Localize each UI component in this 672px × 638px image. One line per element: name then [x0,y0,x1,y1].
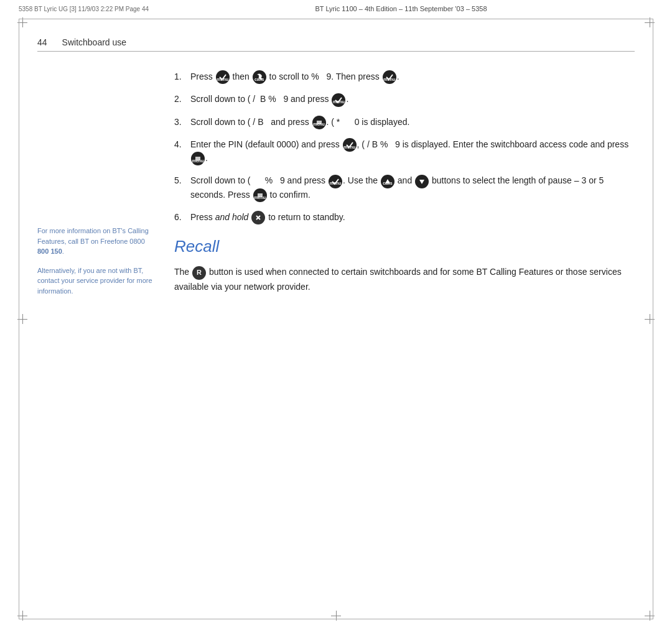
recall-section: Recall The R button is used when connect… [174,237,635,294]
list-item-content: Scroll down to ( / B % 9 and press menu … [190,93,635,106]
list-number: 6. [174,211,187,224]
tick-circle-icon-4: menu [343,138,357,152]
main-content: 44 Switchboard use For more information … [37,37,635,601]
header-left-text: 5358 BT Lyric UG [3] 11/9/03 2:22 PM Pag… [19,6,149,12]
list-number: 4. [174,138,187,151]
tick-circle-icon-3: menu [332,93,345,107]
up-arrow-icon: calls [381,175,394,188]
section-title: Switchboard use [62,37,127,47]
list-item: 2. Scroll down to ( / B % 9 and press me… [174,93,635,106]
list-item-content: Scroll down to ( % 9 and press menu . Us… [190,174,635,202]
list-item: 6. Press and hold to return to standby. [174,211,635,224]
list-item-content: Press and hold to return to standby. [190,211,635,224]
x-svg [254,214,262,221]
down-arrow-svg [418,178,426,185]
list-number: 1. [174,70,187,83]
recall-title: Recall [174,237,635,256]
page-number: 44 [37,37,47,47]
sidebar-note-2: Alternatively, if you are not with BT, c… [37,266,156,297]
two-column-layout: For more information on BT's Calling Fea… [37,64,635,305]
list-number: 2. [174,93,187,106]
r-circle-icon: R [192,266,206,280]
list-item-content: Enter the PIN (default 0000) and press m… [190,138,635,166]
right-content: 1. Press menu then [174,64,635,305]
tick-circle-icon: menu [216,70,230,84]
sidebar-note-1: For more information on BT's Calling Fea… [37,226,156,257]
list-item: 3. Scroll down to ( / B and press menu .… [174,116,635,129]
calls-menu-icon: calls [253,70,266,84]
svg-marker-7 [419,180,424,184]
section-divider [37,51,635,52]
page-header-bar: 5358 BT Lyric UG [3] 11/9/03 2:22 PM Pag… [19,5,653,15]
left-sidebar: For more information on BT's Calling Fea… [37,64,174,305]
list-item: 5. Scroll down to ( % 9 and press menu .… [174,174,635,202]
x-circle-icon [251,211,265,224]
recall-text: The R button is used when connected to c… [174,265,635,294]
down-arrow-icon [415,175,429,188]
menu-icon-3: menu [253,188,267,202]
list-item-content: Press menu then [190,70,635,84]
list-item: 4. Enter the PIN (default 0000) and pres… [174,138,635,166]
tick-circle-icon-5: menu [329,175,342,188]
list-number: 3. [174,116,187,129]
instruction-list: 1. Press menu then [174,70,635,224]
header-center-text: BT Lyric 1100 – 4th Edition – 11th Septe… [149,5,653,12]
tick-circle-icon-2: menu [383,70,396,84]
menu-icon-1: menu [312,116,326,129]
menu-icon-2: menu [191,152,205,165]
list-item-content: Scroll down to ( / B and press menu . ( … [190,116,635,129]
list-number: 5. [174,174,187,187]
page-title-row: 44 Switchboard use [37,37,635,47]
list-item: 1. Press menu then [174,70,635,84]
